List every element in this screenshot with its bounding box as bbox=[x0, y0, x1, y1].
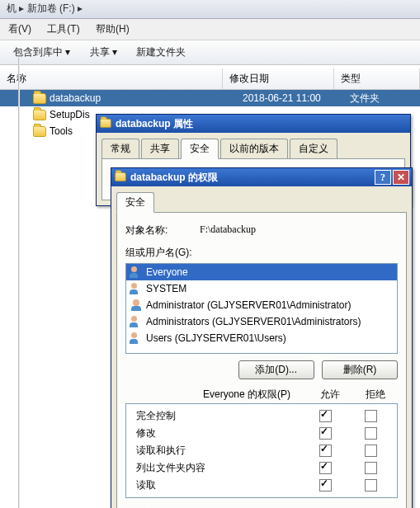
dialog-title: databackup 属性 bbox=[116, 117, 408, 131]
folder-icon bbox=[33, 125, 46, 138]
folder-icon bbox=[99, 116, 112, 131]
menu-view[interactable]: 看(V) bbox=[2, 21, 38, 36]
tab-security[interactable]: 安全 bbox=[116, 192, 154, 213]
col-date[interactable]: 修改日期 bbox=[223, 68, 334, 89]
users-icon bbox=[130, 332, 143, 345]
permission-label: 修改 bbox=[130, 426, 303, 440]
list-item[interactable]: SYSTEM bbox=[126, 280, 397, 297]
permission-label: 读取 bbox=[130, 478, 303, 492]
allow-header: 允许 bbox=[307, 388, 352, 402]
user-icon bbox=[130, 299, 143, 312]
permissions-panel: 对象名称: F:\databackup 组或用户名(G): Everyone S… bbox=[116, 212, 407, 508]
permission-row: 列出文件夹内容 bbox=[130, 459, 394, 477]
toolbar-share[interactable]: 共享 ▾ bbox=[82, 43, 125, 61]
deny-checkbox[interactable] bbox=[365, 462, 377, 474]
dialog-title: databackup 的权限 bbox=[130, 171, 373, 185]
tab-general[interactable]: 常规 bbox=[101, 139, 139, 158]
user-name: Users (GLJYSERVER01\Users) bbox=[146, 332, 286, 344]
help-button[interactable]: ? bbox=[375, 170, 391, 185]
remove-button[interactable]: 删除(R) bbox=[322, 360, 398, 379]
deny-checkbox[interactable] bbox=[365, 427, 377, 440]
toolbar: 包含到库中 ▾ 共享 ▾ 新建文件夹 bbox=[0, 40, 420, 65]
breadcrumb[interactable]: 机 ▸ 新加卷 (F:) ▸ bbox=[0, 0, 420, 19]
permission-row: 读取 bbox=[130, 477, 394, 494]
table-row[interactable]: databackup 2018-06-21 11:00 文件夹 bbox=[0, 90, 420, 106]
permission-row: 修改 bbox=[130, 425, 394, 442]
col-type[interactable]: 类型 bbox=[334, 68, 420, 89]
column-headers: 名称 修改日期 类型 bbox=[0, 68, 420, 90]
allow-checkbox[interactable] bbox=[319, 427, 332, 440]
object-name-label: 对象名称: bbox=[125, 223, 200, 238]
deny-header: 拒绝 bbox=[352, 388, 398, 402]
file-type: 文件夹 bbox=[350, 92, 420, 106]
permissions-titlebar[interactable]: databackup 的权限 ? ✕ bbox=[111, 168, 412, 186]
add-button[interactable]: 添加(D)... bbox=[238, 360, 314, 379]
properties-titlebar[interactable]: databackup 属性 bbox=[97, 115, 410, 133]
users-icon bbox=[130, 315, 143, 328]
permission-row: 读取和执行 bbox=[130, 442, 394, 459]
menu-tools[interactable]: 工具(T) bbox=[40, 21, 86, 36]
menu-bar: 看(V) 工具(T) 帮助(H) bbox=[0, 19, 420, 40]
close-button[interactable]: ✕ bbox=[393, 170, 409, 185]
col-name[interactable]: 名称 bbox=[0, 68, 223, 89]
permissions-dialog: databackup 的权限 ? ✕ 安全 对象名称: F:\databacku… bbox=[111, 167, 413, 508]
allow-checkbox[interactable] bbox=[319, 462, 332, 474]
permission-label: 读取和执行 bbox=[130, 444, 303, 458]
tab-security[interactable]: 安全 bbox=[181, 139, 219, 159]
permission-label: 完全控制 bbox=[130, 409, 303, 423]
users-listbox[interactable]: Everyone SYSTEM Administrator (GLJYSERVE… bbox=[125, 263, 398, 354]
object-path: F:\databackup bbox=[200, 223, 256, 238]
file-name: databackup bbox=[50, 92, 243, 104]
permissions-for-label: Everyone 的权限(P) bbox=[125, 388, 307, 402]
deny-checkbox[interactable] bbox=[365, 479, 377, 492]
group-user-label: 组或用户名(G): bbox=[125, 246, 398, 260]
user-name: SYSTEM bbox=[146, 283, 186, 294]
permissions-table: 完全控制修改读取和执行列出文件夹内容读取 bbox=[125, 403, 398, 498]
file-date: 2018-06-21 11:00 bbox=[243, 92, 350, 104]
allow-checkbox[interactable] bbox=[319, 410, 332, 422]
user-name: Administrator (GLJYSERVER01\Administrato… bbox=[146, 299, 352, 311]
folder-icon bbox=[114, 170, 127, 185]
user-name: Everyone bbox=[146, 266, 188, 278]
permission-label: 列出文件夹内容 bbox=[130, 461, 303, 475]
list-item[interactable]: Administrator (GLJYSERVER01\Administrato… bbox=[126, 297, 397, 313]
allow-checkbox[interactable] bbox=[319, 479, 332, 492]
permission-row: 完全控制 bbox=[130, 407, 394, 425]
users-icon bbox=[130, 266, 143, 279]
user-name: Administrators (GLJYSERVER01\Administrat… bbox=[146, 316, 361, 327]
toolbar-include[interactable]: 包含到库中 ▾ bbox=[5, 43, 78, 61]
properties-tabs: 常规 共享 安全 以前的版本 自定义 bbox=[101, 139, 405, 159]
tree-splitter[interactable] bbox=[18, 58, 20, 508]
folder-icon bbox=[33, 92, 46, 105]
permissions-tabs: 安全 bbox=[116, 192, 407, 213]
tab-previous-versions[interactable]: 以前的版本 bbox=[220, 139, 288, 158]
tab-custom[interactable]: 自定义 bbox=[290, 139, 337, 158]
menu-help[interactable]: 帮助(H) bbox=[89, 21, 136, 36]
list-item[interactable]: Users (GLJYSERVER01\Users) bbox=[126, 330, 397, 346]
folder-icon bbox=[33, 108, 46, 121]
deny-checkbox[interactable] bbox=[365, 410, 377, 422]
deny-checkbox[interactable] bbox=[365, 444, 377, 457]
users-icon bbox=[130, 282, 143, 295]
tab-sharing[interactable]: 共享 bbox=[141, 139, 179, 158]
toolbar-newfolder[interactable]: 新建文件夹 bbox=[128, 43, 194, 61]
list-item[interactable]: Everyone bbox=[126, 264, 397, 280]
allow-checkbox[interactable] bbox=[319, 444, 332, 457]
list-item[interactable]: Administrators (GLJYSERVER01\Administrat… bbox=[126, 313, 397, 330]
